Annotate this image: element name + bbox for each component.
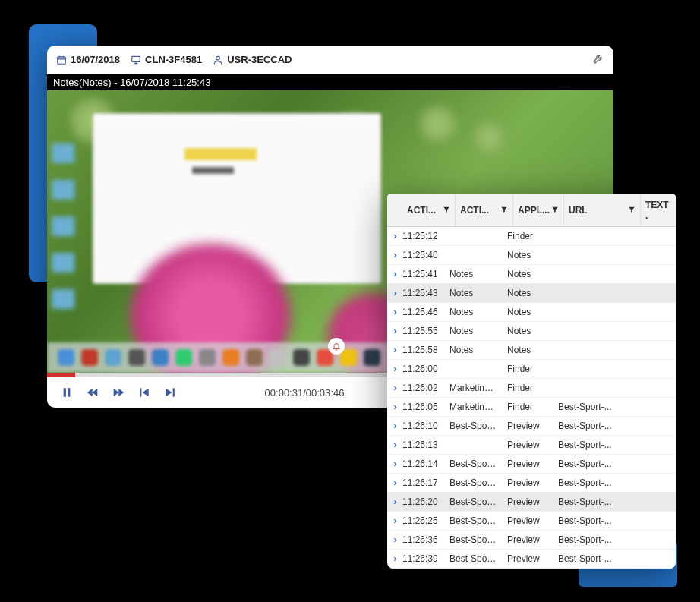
table-row[interactable]: 11:25:55 Notes Notes: [387, 322, 676, 341]
expand-icon[interactable]: [387, 442, 402, 449]
svg-rect-0: [58, 56, 66, 63]
cell-url: [553, 232, 630, 240]
cell-text: [630, 346, 665, 354]
expand-icon[interactable]: [387, 233, 402, 240]
svg-marker-13: [119, 389, 124, 396]
expand-icon[interactable]: [387, 366, 402, 373]
expand-icon[interactable]: [387, 252, 402, 259]
cell-time: 11:25:43: [402, 284, 445, 302]
table-row[interactable]: 11:26:00 Finder: [387, 360, 676, 379]
expand-icon[interactable]: [387, 271, 402, 278]
table-row[interactable]: 11:26:20 Best-Sport-... Preview Best-Spo…: [387, 493, 676, 512]
cell-text: [630, 384, 665, 392]
expand-icon[interactable]: [387, 499, 402, 506]
cell-app: Finder: [503, 398, 553, 416]
cell-app: Preview: [503, 512, 553, 530]
filter-icon[interactable]: [500, 205, 508, 216]
cell-activity: Marketing_b...: [445, 398, 503, 416]
cell-activity: Best-Sport-...: [445, 550, 503, 568]
expand-icon[interactable]: [387, 480, 402, 487]
table-row[interactable]: 11:26:36 Best-Sport-... Preview Best-Spo…: [387, 531, 676, 550]
cell-app: Finder: [503, 360, 553, 378]
expand-icon[interactable]: [387, 309, 402, 316]
table-row[interactable]: 11:25:40 Notes: [387, 246, 676, 265]
cell-time: 11:26:14: [402, 455, 445, 473]
table-row[interactable]: 11:25:58 Notes Notes: [387, 341, 676, 360]
skip-end-button[interactable]: [164, 386, 176, 399]
table-row[interactable]: 11:26:10 Best-Sport-... Preview Best-Spo…: [387, 417, 676, 436]
filter-icon[interactable]: [628, 205, 635, 216]
cell-activity: Notes: [445, 341, 503, 359]
table-row[interactable]: 11:25:12 Finder: [387, 227, 676, 246]
rewind-button[interactable]: [87, 386, 99, 399]
cell-url: [553, 308, 630, 316]
cell-time: 11:26:39: [402, 550, 445, 568]
cell-url: [553, 327, 630, 335]
cell-app: Notes: [503, 246, 553, 264]
table-row[interactable]: 11:26:13 Preview Best-Sport-...: [387, 436, 676, 455]
cell-text: [630, 289, 665, 297]
recording-title: Notes(Notes) - 16/07/2018 11:25:43: [53, 77, 210, 88]
cell-url: Best-Sport-...: [553, 531, 630, 549]
playback-time: 00:00:31/00:03:46: [265, 387, 345, 399]
alert-marker[interactable]: [328, 338, 345, 355]
expand-icon[interactable]: [387, 518, 402, 525]
cell-url: Best-Sport-...: [553, 455, 630, 473]
column-header-activity[interactable]: ACTI...: [456, 194, 513, 226]
cell-app: Preview: [503, 550, 553, 568]
expand-icon[interactable]: [387, 385, 402, 392]
cell-app: Preview: [503, 436, 553, 454]
column-header-text[interactable]: TEXT .: [641, 194, 676, 226]
expand-icon[interactable]: [387, 423, 402, 430]
expand-icon[interactable]: [387, 537, 402, 544]
cell-activity: [445, 251, 503, 259]
desktop-sidebar: [52, 143, 74, 309]
expand-icon[interactable]: [387, 556, 402, 563]
cell-text: [630, 555, 665, 563]
expand-icon[interactable]: [387, 328, 402, 335]
expand-icon[interactable]: [387, 347, 402, 354]
cell-time: 11:25:46: [402, 303, 445, 321]
pause-button[interactable]: [61, 386, 73, 399]
cell-text: [630, 365, 665, 373]
cell-app: Notes: [503, 341, 553, 359]
table-row[interactable]: 11:26:14 Best-Sport-... Preview Best-Spo…: [387, 455, 676, 474]
cell-app: Preview: [503, 474, 553, 492]
filter-icon[interactable]: [551, 205, 559, 216]
skip-start-button[interactable]: [138, 386, 150, 399]
cell-time: 11:26:02: [402, 379, 445, 397]
cell-activity: Best-Sport-...: [445, 531, 503, 549]
table-row[interactable]: 11:26:05 Marketing_b... Finder Best-Spor…: [387, 398, 676, 417]
table-row[interactable]: 11:26:25 Best-Sport-... Preview Best-Spo…: [387, 512, 676, 531]
table-row[interactable]: 11:25:46 Notes Notes: [387, 303, 676, 322]
cell-app: Preview: [503, 417, 553, 435]
table-row[interactable]: 11:25:43 Notes Notes: [387, 284, 676, 303]
forward-button[interactable]: [112, 386, 125, 399]
filter-icon[interactable]: [443, 205, 450, 216]
cell-activity: [445, 365, 503, 373]
table-row[interactable]: 11:26:39 Best-Sport-... Preview Best-Spo…: [387, 550, 676, 569]
cell-text: [630, 422, 665, 430]
decor-bulb: [472, 121, 506, 155]
expand-icon[interactable]: [387, 461, 402, 468]
cell-url: [553, 384, 630, 392]
column-header-time[interactable]: ACTI...: [402, 194, 456, 226]
activity-table: ACTI... ACTI... APPL... URL TEXT . 11:25…: [387, 194, 676, 569]
settings-button[interactable]: [592, 52, 604, 67]
cell-activity: Notes: [445, 322, 503, 340]
cell-url: Best-Sport-...: [553, 474, 630, 492]
table-row[interactable]: 11:25:41 Notes Notes: [387, 265, 676, 284]
cell-url: [553, 365, 630, 373]
table-row[interactable]: 11:26:17 Best-Sport-... Preview Best-Spo…: [387, 474, 676, 493]
cell-time: 11:26:13: [402, 436, 445, 454]
column-header-app[interactable]: APPL...: [513, 194, 564, 226]
cell-text: [630, 403, 665, 411]
cell-time: 11:25:41: [402, 265, 445, 283]
expand-icon[interactable]: [387, 404, 402, 411]
table-row[interactable]: 11:26:02 Marketing_b... Finder: [387, 379, 676, 398]
user-icon: [213, 55, 223, 65]
cell-app: Notes: [503, 265, 553, 283]
cell-app: Finder: [503, 227, 553, 245]
expand-icon[interactable]: [387, 290, 402, 297]
column-header-url[interactable]: URL: [564, 194, 641, 226]
